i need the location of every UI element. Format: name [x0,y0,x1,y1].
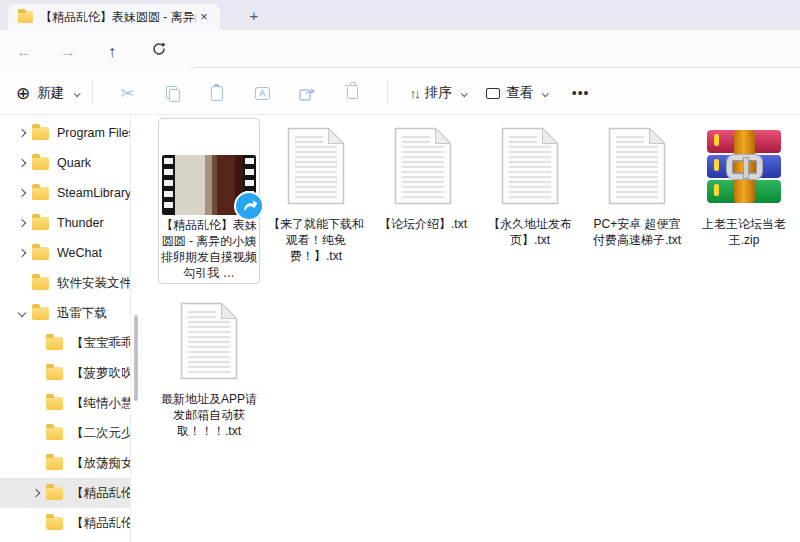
winrar-archive-icon [707,130,781,203]
more-options-button[interactable]: ••• [572,85,590,101]
new-button[interactable]: ⊕ 新建 [16,84,80,102]
rename-button[interactable]: A [250,81,274,105]
file-item-txt[interactable]: 【永久地址发布页】.txt [479,118,581,252]
refresh-icon [151,41,167,57]
chevron-right-icon[interactable] [32,489,40,497]
folder-icon [32,247,49,260]
explorer-tab[interactable]: 【精品乱伦】表妹圆圆 - 离异的 × [8,4,220,30]
folder-icon [18,11,33,23]
paste-icon [211,86,223,101]
forward-button[interactable]: → [56,40,80,64]
navigation-pane: Program Files Quark SteamLibrary Thunder… [0,115,130,542]
pane-divider [130,115,131,542]
file-name: 上老王论坛当老王.zip [693,214,795,252]
sidebar-item-quark[interactable]: Quark [0,148,130,178]
sidebar-item-program-files[interactable]: Program Files [0,118,130,148]
back-button[interactable]: ← [12,40,36,64]
chevron-right-icon[interactable] [18,249,26,257]
file-item-txt[interactable]: 【论坛介绍】.txt [372,118,474,236]
folder-icon [46,427,63,440]
tab-close-icon[interactable]: × [196,9,212,25]
view-icon [486,88,500,99]
text-file-icon [287,127,345,205]
folder-icon [46,457,63,470]
sidebar-item-subfolder[interactable]: 【二次元少 [0,418,130,448]
folder-icon [32,307,49,320]
folder-icon [46,367,63,380]
folder-icon [32,217,49,230]
file-item-video[interactable]: 【精品乱伦】表妹圆圆 - 离异的小姨 排卵期发自摸视频勾引我 … [158,118,260,284]
toolbar-divider [92,81,93,105]
tab-bar: 【精品乱伦】表妹圆圆 - 离异的 × + [0,0,800,30]
folder-icon [46,487,63,500]
file-name: 【来了就能下载和观看！纯免费！】.txt [265,214,367,268]
chevron-right-icon[interactable] [18,189,26,197]
file-item-zip[interactable]: 上老王论坛当老王.zip [693,118,795,252]
tab-title: 【精品乱伦】表妹圆圆 - 离异的 [40,9,196,26]
video-thumbnail [162,155,256,215]
text-file-icon [501,127,559,205]
view-button-label: 查看 [506,84,533,102]
folder-icon [32,187,49,200]
text-file-icon [394,127,452,205]
folder-icon [32,277,49,290]
toolbar-divider [387,81,388,105]
rename-icon: A [255,87,270,100]
sort-button[interactable]: ↑↓ 排序 [410,84,467,102]
trash-icon [347,87,358,99]
file-item-txt[interactable]: 最新地址及APP请发邮箱自动获取！！！.txt [158,293,260,443]
file-item-txt[interactable]: PC+安卓 超便宜付费高速梯子.txt [586,118,688,252]
sidebar-item-selected-folder[interactable]: 【精品乱伦 [0,478,130,508]
folder-icon [32,127,49,140]
sidebar-item-subfolder[interactable]: 【宝宝乖乖 [0,328,130,358]
new-tab-button[interactable]: + [244,6,264,26]
sidebar-item-software-install[interactable]: 软件安装文件 [0,268,130,298]
command-toolbar: ⊕ 新建 ✂ A ↑↓ 排序 查看 ••• [0,72,800,115]
refresh-button[interactable] [147,40,171,64]
chevron-down-icon[interactable] [18,309,26,317]
sidebar-item-subfolder[interactable]: 【菠萝吹吹 [0,358,130,388]
sidebar-item-steamlibrary[interactable]: SteamLibrary [0,178,130,208]
copy-button[interactable] [160,81,184,105]
sidebar-scrollbar[interactable] [134,315,138,401]
sidebar-item-wechat[interactable]: WeChat [0,238,130,268]
navigation-bar: ← → ↑ ··· 【精品乱伦】表妹圆圆 - 离异的小姨 排卵期发自摸视频勾引我… [0,30,800,72]
sidebar-item-subfolder[interactable]: 【精品乱伦 [0,508,130,538]
sidebar-item-subfolder[interactable]: 【放荡痴女 [0,448,130,478]
share-button[interactable] [295,81,319,105]
sort-icon: ↑↓ [410,86,419,101]
text-file-icon [608,127,666,205]
sort-button-label: 排序 [425,84,452,102]
chevron-down-icon [542,90,548,96]
sidebar-item-thunder-downloads[interactable]: 迅雷下载 [0,298,130,328]
chevron-right-icon[interactable] [18,159,26,167]
chevron-right-icon[interactable] [18,219,26,227]
text-file-icon [180,302,238,380]
paste-button[interactable] [205,81,229,105]
thunder-badge-icon [234,191,264,221]
folder-icon [46,397,63,410]
view-button[interactable]: 查看 [486,84,548,102]
file-explorer-window: 【精品乱伦】表妹圆圆 - 离异的 × + ← → ↑ ··· 【精品乱伦】表妹圆… [0,0,800,542]
file-name: 【论坛介绍】.txt [372,214,474,236]
new-button-label: 新建 [37,84,64,102]
sidebar-item-subfolder[interactable]: 【纯情小慧 [0,388,130,418]
file-item-txt[interactable]: 【来了就能下载和观看！纯免费！】.txt [265,118,367,268]
delete-button[interactable] [340,81,364,105]
plus-icon: ⊕ [16,85,30,102]
copy-icon [166,86,179,101]
folder-icon [32,157,49,170]
chevron-down-icon [74,90,80,96]
folder-icon [46,337,63,350]
file-name: 【永久地址发布页】.txt [479,214,581,252]
cut-button[interactable]: ✂ [115,81,139,105]
chevron-down-icon [461,90,467,96]
up-button[interactable]: ↑ [100,40,124,64]
cut-icon: ✂ [120,83,134,104]
file-name: 最新地址及APP请发邮箱自动获取！！！.txt [158,389,260,443]
folder-icon [46,517,63,530]
share-icon [299,86,316,101]
file-name: PC+安卓 超便宜付费高速梯子.txt [586,214,688,252]
chevron-right-icon[interactable] [18,129,26,137]
sidebar-item-thunder[interactable]: Thunder [0,208,130,238]
